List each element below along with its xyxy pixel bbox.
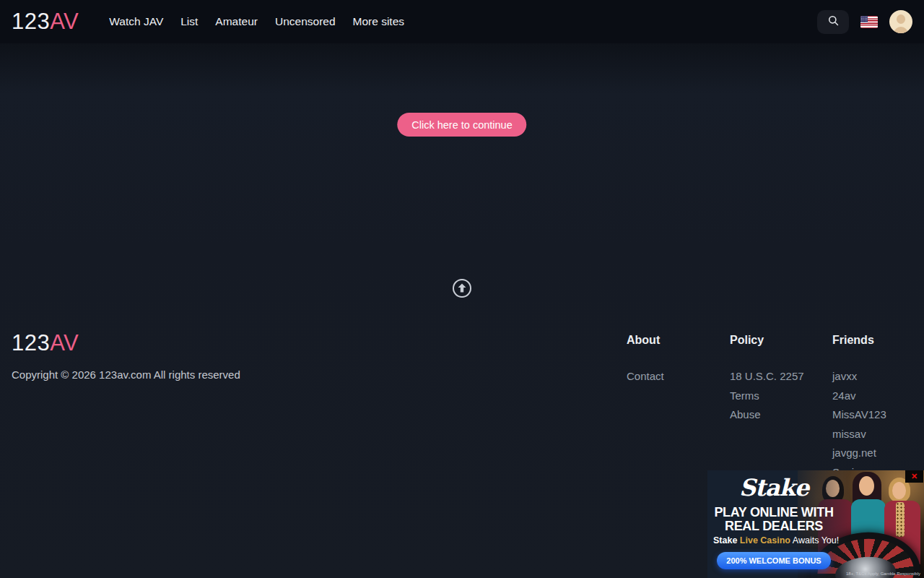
footer-link-2257[interactable]: 18 U.S.C. 2257	[730, 370, 804, 382]
navbar-right	[817, 10, 912, 34]
footer-column-title: Friends	[832, 334, 924, 347]
stake-casino-ad-banner[interactable]: Stake PLAY ONLINE WITH REAL DEALERS Stak…	[707, 470, 924, 578]
list-item: Terms	[730, 387, 832, 406]
back-to-top-button[interactable]	[452, 278, 472, 298]
copyright-text: Copyright © 2026 123av.com All rights re…	[12, 368, 240, 381]
avatar[interactable]	[889, 10, 912, 33]
ad-tagline-brand: Stake	[713, 535, 740, 545]
ad-headline-line1: PLAY ONLINE WITH	[713, 506, 834, 519]
footer-column-policy: Policy 18 U.S.C. 2257 Terms Abuse	[730, 334, 832, 425]
list-item: 18 U.S.C. 2257	[730, 367, 832, 387]
ad-tagline: Stake Live Casino Awaits You!	[713, 535, 834, 545]
footer-link-javgg[interactable]: javgg.net	[832, 447, 876, 459]
us-flag-icon[interactable]	[860, 16, 878, 28]
list-item: javxx	[832, 367, 924, 387]
footer-column-about: About Contact	[627, 334, 729, 387]
arrow-up-circle-icon	[452, 290, 472, 301]
ad-headline-line2: REAL DEALERS	[713, 519, 834, 533]
footer-link-javxx[interactable]: javxx	[832, 370, 857, 382]
footer-link-terms[interactable]: Terms	[730, 389, 759, 402]
navbar: 123AV Watch JAV List Amateur Uncensored …	[0, 0, 924, 43]
ad-tagline-suffix: Awaits You!	[790, 535, 839, 545]
footer-logo[interactable]: 123AV	[12, 330, 79, 356]
stake-logo: Stake	[713, 474, 834, 501]
footer-logo-text-1: 123	[12, 330, 50, 355]
nav-item-uncensored[interactable]: Uncensored	[275, 15, 336, 28]
ad-tagline-highlight: Live Casino	[740, 535, 790, 545]
search-button[interactable]	[817, 10, 849, 34]
nav-item-amateur[interactable]: Amateur	[215, 15, 258, 28]
footer-link-missav[interactable]: missav	[832, 428, 866, 440]
footer-link-contact[interactable]: Contact	[627, 370, 664, 382]
nav-item-list[interactable]: List	[180, 15, 198, 28]
continue-button[interactable]: Click here to continue	[397, 113, 526, 137]
nav-item-watch-jav[interactable]: Watch JAV	[109, 15, 163, 28]
list-item: Abuse	[730, 405, 832, 425]
list-item: MissAV123	[832, 405, 924, 425]
footer-link-abuse[interactable]: Abuse	[730, 408, 761, 420]
footer-column-title: About	[627, 334, 729, 347]
ad-disclaimer-text: 18+, T&Cs Apply, Gamble Responsibly	[846, 571, 920, 576]
site-logo-text-1: 123	[12, 9, 50, 34]
footer-logo-text-2: AV	[50, 330, 79, 355]
ad-close-button[interactable]: ✕	[905, 470, 923, 483]
list-item: missav	[832, 425, 924, 444]
search-icon	[827, 14, 840, 29]
site-logo[interactable]: 123AV	[12, 9, 79, 35]
list-item: 24av	[832, 387, 924, 406]
footer-column-friends: Friends javxx 24av MissAV123 missav javg…	[832, 334, 924, 483]
list-item: javgg.net	[832, 444, 924, 463]
nav-item-more-sites[interactable]: More sites	[353, 15, 405, 28]
site-logo-text-2: AV	[50, 9, 79, 34]
footer-link-missav123[interactable]: MissAV123	[832, 408, 886, 420]
list-item: Contact	[627, 367, 729, 387]
footer-column-title: Policy	[730, 334, 832, 347]
footer-link-24av[interactable]: 24av	[832, 389, 856, 402]
ad-text-block: Stake PLAY ONLINE WITH REAL DEALERS Stak…	[713, 474, 834, 569]
ad-cta-button[interactable]: 200% WELCOME BONUS	[717, 552, 830, 569]
main-nav: Watch JAV List Amateur Uncensored More s…	[109, 15, 404, 28]
